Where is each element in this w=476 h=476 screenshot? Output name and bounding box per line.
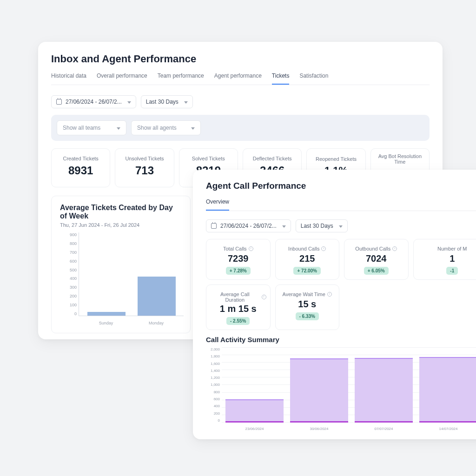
chart-plot-area	[222, 347, 476, 423]
chevron-down-icon	[126, 99, 131, 105]
metric-unsolved-tickets: Unsolved Tickets 713	[115, 148, 174, 187]
bar	[355, 358, 413, 423]
kpi-avg-wait-time: Average Wait Time 15 s - 6.33%	[275, 284, 340, 330]
tabs-bar: Overview	[206, 195, 476, 211]
teams-filter[interactable]: Show all teams	[57, 120, 126, 135]
kpi-inbound-calls: Inbound Calls 215 + 72.00%	[275, 239, 340, 280]
date-controls: 27/06/2024 - 26/07/2... Last 30 Days	[51, 95, 430, 108]
chevron-down-icon	[280, 223, 286, 229]
metric-created-tickets: Created Tickets 8931	[51, 148, 110, 187]
chart-title: Average Tickets Created by Day of Week	[60, 204, 182, 220]
date-range-text: 27/06/2024 - 26/07/2...	[66, 99, 122, 105]
teams-filter-label: Show all teams	[63, 125, 100, 131]
kpi-row-1: Total Calls 7239 + 7.28% Inbound Calls 2…	[206, 239, 476, 280]
bar	[290, 358, 348, 423]
tab-team-performance[interactable]: Team performance	[158, 69, 204, 85]
quick-range-picker[interactable]: Last 30 Days	[296, 219, 348, 232]
delta-badge: + 6.05%	[364, 267, 389, 275]
info-icon[interactable]	[392, 246, 397, 251]
delta-badge: - 2.55%	[226, 317, 250, 325]
avg-tickets-bar-chart: 900 800 700 600 500 400 300 200 100 0 Su…	[63, 232, 184, 325]
call-activity-chart: 2,000 1,800 1,600 1,400 1,200 1,000 800 …	[206, 347, 476, 431]
bar	[87, 312, 126, 316]
tab-historical-data[interactable]: Historical data	[51, 69, 86, 85]
kpi-outbound-calls: Outbound Calls 7024 + 6.05%	[344, 239, 409, 280]
quick-range-text: Last 30 Days	[146, 99, 178, 105]
chart-subtitle: Thu, 27 Jun 2024 - Fri, 26 Jul 2024	[60, 222, 182, 228]
kpi-number-of: Number of M 1 -1	[413, 239, 476, 280]
page-title: Agent Call Performance	[206, 181, 476, 191]
bar	[138, 277, 176, 316]
delta-badge: -1	[446, 267, 458, 275]
filter-bar: Show all teams Show all agents	[51, 115, 430, 141]
x-axis: 23/06/2024 30/06/2024 07/07/2024 14/07/2…	[222, 427, 476, 431]
kpi-row-2: Average Call Duration 1 m 15 s - 2.55% A…	[206, 284, 476, 330]
y-axis: 900 800 700 600 500 400 300 200 100 0	[63, 232, 77, 316]
delta-badge: - 6.33%	[296, 312, 319, 320]
calendar-icon	[211, 223, 217, 229]
delta-badge: + 72.00%	[293, 267, 321, 275]
info-icon[interactable]	[262, 295, 266, 299]
bar	[419, 357, 476, 423]
chart-title: Call Activity Summary	[206, 336, 476, 344]
kpi-avg-call-duration: Average Call Duration 1 m 15 s - 2.55%	[206, 284, 271, 330]
agents-filter[interactable]: Show all agents	[131, 120, 201, 135]
x-axis: Sunday Monday	[79, 321, 184, 325]
y-axis: 2,000 1,800 1,600 1,400 1,200 1,000 800 …	[206, 347, 220, 423]
delta-badge: + 7.28%	[226, 267, 251, 275]
chevron-down-icon	[189, 125, 195, 131]
bar	[225, 399, 284, 423]
kpi-total-calls: Total Calls 7239 + 7.28%	[206, 239, 271, 280]
date-range-picker[interactable]: 27/06/2024 - 26/07/2...	[206, 219, 291, 232]
tab-satisfaction[interactable]: Satisfaction	[299, 69, 328, 85]
chevron-down-icon	[115, 125, 120, 131]
date-range-picker[interactable]: 27/06/2024 - 26/07/2...	[51, 95, 136, 108]
tab-overview[interactable]: Overview	[206, 195, 229, 211]
tab-agent-performance[interactable]: Agent performance	[214, 69, 262, 85]
chart-plot-area	[79, 232, 184, 316]
agents-filter-label: Show all agents	[137, 125, 177, 131]
page-title: Inbox and Agent Performance	[51, 53, 430, 65]
chevron-down-icon	[182, 99, 188, 105]
quick-range-text: Last 30 Days	[301, 223, 333, 229]
info-icon[interactable]	[249, 246, 253, 251]
calendar-icon	[56, 99, 62, 105]
quick-range-picker[interactable]: Last 30 Days	[141, 95, 193, 108]
avg-tickets-by-day-card: Average Tickets Created by Day of Week T…	[51, 196, 191, 333]
agent-call-performance-panel: Agent Call Performance Overview 27/06/20…	[193, 170, 476, 439]
info-icon[interactable]	[327, 292, 332, 297]
date-range-text: 27/06/2024 - 26/07/2...	[220, 223, 277, 229]
info-icon[interactable]	[321, 246, 326, 251]
tab-overall-performance[interactable]: Overall performance	[97, 69, 147, 85]
date-controls: 27/06/2024 - 26/07/2... Last 30 Days	[206, 219, 476, 232]
tab-tickets[interactable]: Tickets	[272, 69, 290, 85]
chevron-down-icon	[337, 223, 343, 229]
tabs-bar: Historical data Overall performance Team…	[51, 69, 430, 85]
